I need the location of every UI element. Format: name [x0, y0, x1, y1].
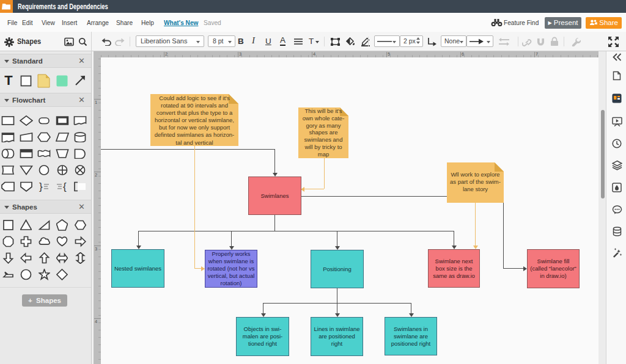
svg-text:T: T [4, 74, 13, 87]
svg-text:}: } [39, 181, 43, 192]
svg-text:{: { [63, 181, 67, 192]
